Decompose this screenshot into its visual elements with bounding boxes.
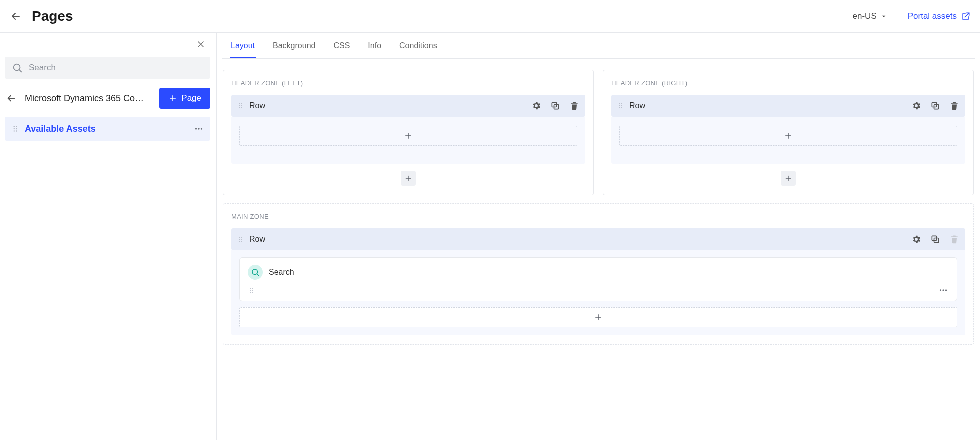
row-settings-button[interactable] xyxy=(912,234,922,244)
caret-down-icon xyxy=(880,12,888,20)
portal-assets-label: Portal assets xyxy=(908,11,957,21)
row-label: Row xyxy=(250,101,266,110)
copy-icon xyxy=(550,101,560,111)
copy-icon xyxy=(930,101,940,111)
plus-icon xyxy=(404,131,413,140)
more-horizontal-icon xyxy=(938,285,949,296)
tab-background[interactable]: Background xyxy=(272,34,316,58)
row-settings-button[interactable] xyxy=(912,101,922,111)
plus-icon xyxy=(784,131,793,140)
open-external-icon xyxy=(961,11,971,21)
close-sidebar-button[interactable] xyxy=(194,38,208,51)
row-delete-button xyxy=(950,234,960,244)
row-copy-button[interactable] xyxy=(930,101,940,111)
tab-info[interactable]: Info xyxy=(367,34,382,58)
zone-main: MAIN ZONE Row xyxy=(223,203,974,345)
tab-conditions[interactable]: Conditions xyxy=(398,34,438,58)
sidebar-search-input[interactable] xyxy=(28,62,204,73)
row-body: Search xyxy=(232,250,966,335)
row-delete-button[interactable] xyxy=(570,101,580,111)
add-widget-slot[interactable] xyxy=(240,126,578,146)
row-body xyxy=(612,117,966,164)
row-header[interactable]: Row xyxy=(232,95,586,117)
widget-search[interactable]: Search xyxy=(240,257,958,301)
breadcrumb-back-button[interactable] xyxy=(5,92,18,105)
tab-css[interactable]: CSS xyxy=(332,34,351,58)
row-label: Row xyxy=(250,235,266,244)
breadcrumb-label: Microsoft Dynamics 365 Co… xyxy=(25,93,144,104)
plus-icon xyxy=(168,94,178,103)
editor-tabs: Layout Background CSS Info Conditions xyxy=(222,33,975,59)
zone-title: HEADER ZONE (RIGHT) xyxy=(612,79,966,87)
trash-icon xyxy=(570,101,580,111)
zone-title: HEADER ZONE (LEFT) xyxy=(232,79,586,87)
search-icon xyxy=(12,62,23,73)
page-title: Pages xyxy=(32,8,74,24)
drag-handle-icon[interactable] xyxy=(616,102,624,110)
search-icon xyxy=(251,268,260,277)
locale-selector[interactable]: en-US xyxy=(853,11,888,21)
copy-icon xyxy=(930,234,940,244)
sidebar-search[interactable] xyxy=(5,57,210,79)
tree-node-label: Available Assets xyxy=(25,124,96,134)
add-widget-slot[interactable] xyxy=(620,126,958,146)
gear-icon xyxy=(912,101,922,111)
close-icon xyxy=(196,39,206,49)
add-row-button[interactable] xyxy=(781,171,796,186)
more-horizontal-icon xyxy=(194,123,204,134)
add-page-label: Page xyxy=(182,93,202,103)
arrow-left-icon xyxy=(6,93,17,104)
sidebar: Microsoft Dynamics 365 Co… Page Availabl… xyxy=(0,33,217,440)
gear-icon xyxy=(912,234,922,244)
drag-handle-icon[interactable] xyxy=(11,124,20,133)
add-widget-slot[interactable] xyxy=(240,307,958,327)
drag-handle-icon[interactable] xyxy=(248,286,256,294)
gear-icon xyxy=(532,101,542,111)
top-bar: Pages en-US Portal assets xyxy=(0,0,980,33)
widget-title: Search xyxy=(269,268,294,277)
widget-more-button[interactable] xyxy=(938,285,949,296)
tree-node-more-button[interactable] xyxy=(194,123,204,134)
row-label: Row xyxy=(630,101,646,110)
row-copy-button[interactable] xyxy=(550,101,560,111)
row-header[interactable]: Row xyxy=(612,95,966,117)
row-settings-button[interactable] xyxy=(532,101,542,111)
plus-icon xyxy=(404,174,412,182)
drag-handle-icon[interactable] xyxy=(236,235,244,243)
editor-panel: Layout Background CSS Info Conditions HE… xyxy=(217,33,980,440)
widget-type-icon xyxy=(248,265,263,280)
portal-assets-link[interactable]: Portal assets xyxy=(908,11,971,21)
zone-title: MAIN ZONE xyxy=(232,213,966,220)
add-page-button[interactable]: Page xyxy=(160,88,210,109)
drag-handle-icon[interactable] xyxy=(236,102,244,110)
row-body xyxy=(232,117,586,164)
tree-node-active[interactable]: Available Assets xyxy=(5,117,210,141)
tab-layout[interactable]: Layout xyxy=(230,34,256,58)
plus-icon xyxy=(784,174,792,182)
add-row-button[interactable] xyxy=(401,171,416,186)
locale-label: en-US xyxy=(853,11,877,21)
row-copy-button[interactable] xyxy=(930,234,940,244)
zone-header-right: HEADER ZONE (RIGHT) Row xyxy=(603,70,974,195)
trash-icon xyxy=(950,101,960,111)
row-header[interactable]: Row xyxy=(232,228,966,250)
trash-icon xyxy=(950,234,960,244)
back-button[interactable] xyxy=(9,9,23,23)
plus-icon xyxy=(594,313,603,322)
row-delete-button[interactable] xyxy=(950,101,960,111)
arrow-left-icon xyxy=(10,10,22,22)
zone-header-left: HEADER ZONE (LEFT) Row xyxy=(223,70,594,195)
